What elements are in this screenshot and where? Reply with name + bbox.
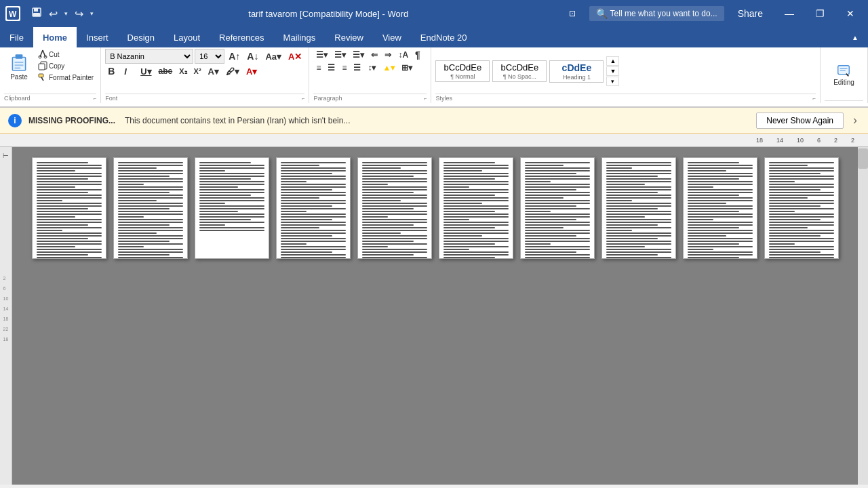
- page-thumb-9[interactable]: [683, 157, 757, 259]
- text-color-button[interactable]: A▾: [205, 66, 222, 77]
- restore-down-button[interactable]: ⊡: [561, 6, 584, 21]
- maximize-button[interactable]: ❐: [808, 5, 833, 22]
- font-shrink-button[interactable]: A↓: [244, 50, 261, 62]
- ruler-toggle-button[interactable]: ⊢: [1, 150, 10, 161]
- paste-button[interactable]: Paste: [4, 49, 34, 83]
- line-spacing-button[interactable]: ↕▾: [365, 62, 378, 73]
- increase-indent-button[interactable]: ⇒: [382, 49, 394, 60]
- tab-home[interactable]: Home: [33, 27, 77, 47]
- strikethrough-button[interactable]: abc: [156, 66, 176, 77]
- page-thumb-6[interactable]: [439, 157, 513, 259]
- ruler-mark-10: 10: [797, 137, 804, 144]
- paste-label: Paste: [10, 73, 28, 81]
- numbering-button[interactable]: ☰▾: [332, 49, 349, 60]
- page-thumb-5[interactable]: [357, 157, 432, 259]
- styles-scroll-up[interactable]: ▲: [606, 56, 619, 66]
- font-size-select[interactable]: 16: [195, 49, 224, 64]
- ribbon: File Home Insert Design Layout Reference…: [0, 27, 868, 108]
- close-button[interactable]: ✕: [838, 5, 863, 22]
- bullets-button[interactable]: ☰▾: [313, 49, 330, 60]
- borders-button[interactable]: ⊞▾: [399, 62, 415, 73]
- align-left-button[interactable]: ≡: [313, 62, 323, 73]
- svg-line-17: [41, 77, 43, 81]
- notification-title: MISSING PROOFING...: [28, 116, 115, 125]
- tab-view[interactable]: View: [373, 27, 411, 47]
- customize-quick-access[interactable]: ▾: [87, 9, 96, 18]
- title-text: tarif tavarom [Compatibility Mode] - Wor…: [248, 9, 408, 19]
- editing-button[interactable]: Editing: [828, 60, 860, 90]
- font-group: B Nazanin 16 A↑ A↓ Aa▾ A✕ B I U▾ abc X₂: [101, 47, 309, 103]
- ribbon-tab-bar: File Home Insert Design Layout Reference…: [0, 27, 868, 47]
- ruler-mark-6: 6: [817, 137, 821, 144]
- redo-button[interactable]: ↪: [72, 6, 86, 22]
- vertical-scrollbar[interactable]: [858, 147, 868, 485]
- clipboard-expand-button[interactable]: ⌐: [93, 96, 96, 102]
- sort-button[interactable]: ↕A: [395, 49, 411, 60]
- styles-group-footer: Styles ⌐: [435, 94, 816, 102]
- ruler-mark-18: 18: [756, 137, 763, 144]
- minimize-button[interactable]: —: [776, 5, 802, 22]
- multilevel-list-button[interactable]: ☰▾: [350, 49, 367, 60]
- shading-button[interactable]: ▲▾: [380, 62, 397, 73]
- font-name-select[interactable]: B Nazanin: [105, 49, 193, 64]
- tab-insert[interactable]: Insert: [77, 27, 118, 47]
- cut-button[interactable]: Cut: [35, 49, 96, 60]
- tab-file[interactable]: File: [0, 27, 33, 47]
- page-thumb-7[interactable]: [520, 157, 595, 259]
- bold-button[interactable]: B: [105, 65, 120, 77]
- svg-rect-16: [39, 74, 43, 77]
- font-expand-button[interactable]: ⌐: [302, 96, 305, 102]
- paragraph-expand-button[interactable]: ⌐: [424, 96, 427, 102]
- tab-design[interactable]: Design: [118, 27, 164, 47]
- styles-scroll-down[interactable]: ▼: [606, 66, 619, 76]
- tab-references[interactable]: References: [210, 27, 273, 47]
- copy-button[interactable]: Copy: [35, 60, 96, 71]
- font-grow-button[interactable]: A↑: [226, 50, 243, 62]
- notification-bar: i MISSING PROOFING... This document cont…: [0, 108, 868, 134]
- editing-label: Editing: [833, 79, 854, 86]
- collapse-ribbon-button[interactable]: ▲: [842, 27, 868, 47]
- notification-close-button[interactable]: ›: [850, 113, 860, 127]
- show-formatting-button[interactable]: ¶: [412, 49, 423, 61]
- style-nospace[interactable]: bCcDdEe ¶ No Spac...: [492, 60, 547, 82]
- style-normal[interactable]: bCcDdEe ¶ Normal: [435, 60, 490, 82]
- tab-review[interactable]: Review: [325, 27, 373, 47]
- search-button[interactable]: 🔍 Tell me what you want to do...: [589, 6, 724, 21]
- justify-button[interactable]: ☰: [351, 62, 363, 73]
- ruler-mark-2: 2: [834, 137, 837, 144]
- never-show-again-button[interactable]: Never Show Again: [756, 113, 844, 129]
- left-ruler-numbers: 2 6 10 14 18 22 18: [3, 276, 9, 342]
- undo-button[interactable]: ↩: [46, 6, 60, 22]
- page-thumb-2[interactable]: [113, 157, 188, 259]
- page-thumb-10[interactable]: [764, 157, 839, 259]
- align-center-button[interactable]: ☰: [325, 62, 338, 73]
- svg-text:W: W: [9, 9, 17, 19]
- tab-mailings[interactable]: Mailings: [274, 27, 326, 47]
- superscript-button[interactable]: X²: [191, 66, 204, 76]
- font-color-button[interactable]: A▾: [243, 66, 260, 77]
- tab-layout[interactable]: Layout: [164, 27, 210, 47]
- editing-group: Editing: [821, 47, 868, 103]
- styles-more-button[interactable]: ▾: [606, 77, 619, 86]
- page-thumb-4[interactable]: [276, 157, 351, 259]
- styles-expand-button[interactable]: ⌐: [812, 96, 816, 102]
- italic-button[interactable]: I: [121, 66, 136, 77]
- document-main[interactable]: [12, 147, 858, 485]
- tab-endnote[interactable]: EndNote 20: [411, 27, 477, 47]
- highlight-color-button[interactable]: 🖊▾: [223, 66, 242, 77]
- page-thumb-1[interactable]: [32, 157, 106, 259]
- save-button[interactable]: [28, 5, 45, 22]
- undo-dropdown[interactable]: ▾: [62, 9, 71, 18]
- clear-formatting-button[interactable]: A✕: [285, 51, 304, 62]
- align-right-button[interactable]: ≡: [339, 62, 349, 73]
- style-heading1[interactable]: cDdEe Heading 1: [549, 60, 604, 83]
- change-case-button[interactable]: Aa▾: [262, 51, 284, 62]
- page-thumb-3[interactable]: [195, 157, 269, 259]
- format-painter-button[interactable]: Format Painter: [35, 72, 96, 83]
- subscript-button[interactable]: X₂: [176, 66, 189, 77]
- decrease-indent-button[interactable]: ⇐: [368, 49, 380, 60]
- scrollbar-thumb[interactable]: [858, 148, 868, 169]
- share-button[interactable]: Share: [730, 5, 771, 22]
- underline-button[interactable]: U▾: [138, 66, 154, 77]
- page-thumb-8[interactable]: [601, 157, 676, 259]
